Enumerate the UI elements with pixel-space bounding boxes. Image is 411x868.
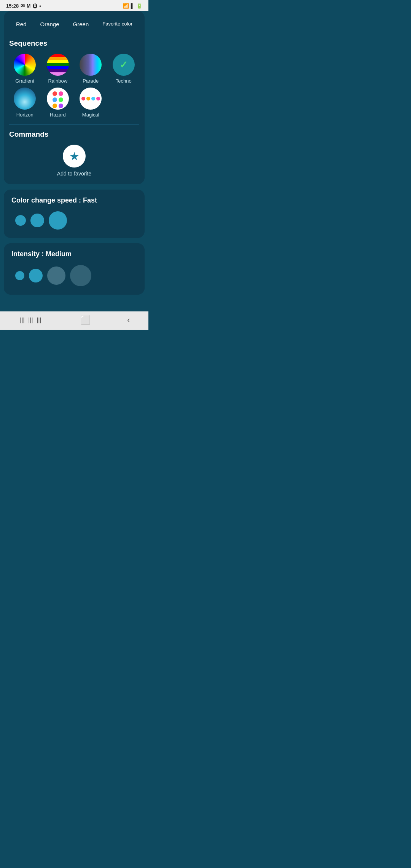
nav-bar: ⫼⫼⫼ ⬜ ‹ xyxy=(0,311,148,330)
power-icon: ⏻ xyxy=(32,3,37,9)
techno-label: Techno xyxy=(116,78,132,84)
seq-horizon[interactable]: Horizon xyxy=(9,88,41,118)
seq-rainbow[interactable]: Rainbow xyxy=(42,54,74,84)
parade-circle xyxy=(80,54,102,76)
speed-dot-2[interactable] xyxy=(30,214,44,227)
color-tabs-card: Red Orange Green Favorite color Sequence… xyxy=(4,11,145,184)
intensity-dot-3[interactable] xyxy=(47,266,65,285)
intensity-title: Intensity : Medium xyxy=(11,250,137,258)
commands-section: Commands ★ Add to favorite xyxy=(9,124,139,177)
intensity-dot-4[interactable] xyxy=(70,265,91,286)
gradient-circle xyxy=(14,54,36,76)
status-right: 📶 ▌ 🔋 xyxy=(123,3,142,9)
gmail-icon: M xyxy=(27,3,30,9)
magical-label: Magical xyxy=(82,112,99,118)
seq-gradient[interactable]: Gradient xyxy=(9,54,41,84)
speed-dot-1[interactable] xyxy=(15,215,26,226)
parade-label: Parade xyxy=(83,78,99,84)
tab-green[interactable]: Green xyxy=(73,21,89,27)
sequences-grid-row2: Horizon Hazard xyxy=(9,88,139,118)
horizon-circle xyxy=(14,88,36,110)
email-icon: ✉ xyxy=(21,3,25,9)
magical-circle xyxy=(80,88,102,110)
battery-icon: 🔋 xyxy=(136,3,142,9)
dot-icon: • xyxy=(39,3,41,9)
tab-red[interactable]: Red xyxy=(16,21,27,27)
recent-apps-button[interactable]: ⫼⫼⫼ xyxy=(18,315,43,325)
speed-dot-3[interactable] xyxy=(49,211,67,230)
intensity-card: Intensity : Medium xyxy=(4,243,145,295)
techno-circle: ✓ xyxy=(113,54,135,76)
back-button[interactable]: ‹ xyxy=(127,315,130,325)
time-display: 15:28 xyxy=(6,3,19,9)
tab-favorite[interactable]: Favorite color xyxy=(102,21,132,27)
hazard-label: Hazard xyxy=(50,112,66,118)
horizon-label: Horizon xyxy=(16,112,33,118)
status-bar: 15:28 ✉ M ⏻ • 📶 ▌ 🔋 xyxy=(0,0,148,11)
star-circle: ★ xyxy=(63,145,86,168)
seq-magical[interactable]: Magical xyxy=(75,88,107,118)
seq-parade[interactable]: Parade xyxy=(75,54,107,84)
intensity-dot-2[interactable] xyxy=(29,269,43,282)
rainbow-label: Rainbow xyxy=(48,78,67,84)
add-to-favorite-button[interactable]: ★ Add to favorite xyxy=(9,145,139,177)
color-change-speed-card: Color change speed : Fast xyxy=(4,190,145,238)
main-content: Red Orange Green Favorite color Sequence… xyxy=(0,11,148,308)
hazard-circle xyxy=(47,88,69,110)
gradient-label: Gradient xyxy=(15,78,34,84)
seq-hazard[interactable]: Hazard xyxy=(42,88,74,118)
commands-title: Commands xyxy=(9,130,139,139)
wifi-icon: 📶 xyxy=(123,3,129,9)
star-icon: ★ xyxy=(69,150,80,163)
add-to-favorite-label: Add to favorite xyxy=(57,171,91,177)
rainbow-circle xyxy=(47,54,69,76)
speed-title: Color change speed : Fast xyxy=(11,196,137,204)
tab-orange[interactable]: Orange xyxy=(40,21,59,27)
sequences-title: Sequences xyxy=(9,39,139,48)
color-tabs-row: Red Orange Green Favorite color xyxy=(9,18,139,31)
seq-empty xyxy=(108,88,140,118)
seq-techno[interactable]: ✓ Techno xyxy=(108,54,140,84)
techno-check-icon: ✓ xyxy=(119,59,128,71)
status-left: 15:28 ✉ M ⏻ • xyxy=(6,3,41,9)
intensity-dot-slider[interactable] xyxy=(11,265,137,286)
sequences-grid-row1: Gradient Rainbow Parade ✓ Techno xyxy=(9,54,139,84)
intensity-dot-1[interactable] xyxy=(15,271,24,280)
speed-dot-slider[interactable] xyxy=(11,211,137,230)
home-button[interactable]: ⬜ xyxy=(80,315,91,325)
magical-bar xyxy=(81,97,100,101)
signal-icon: ▌ xyxy=(131,3,134,9)
